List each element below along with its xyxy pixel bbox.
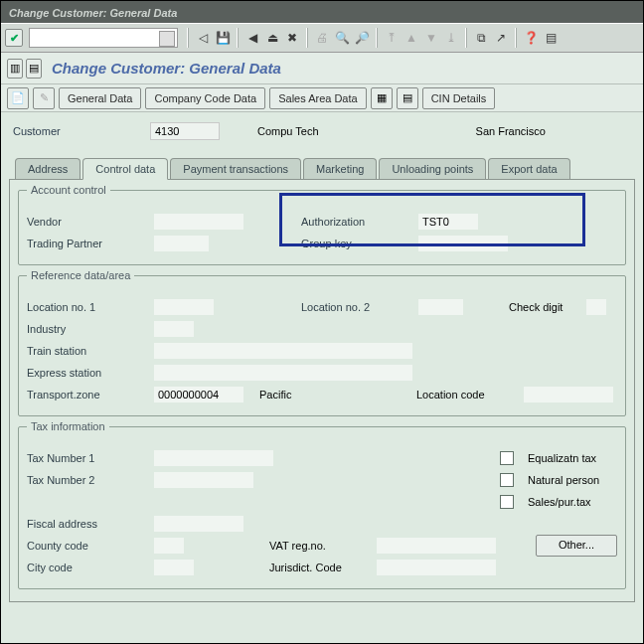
print-icon[interactable]: 🖨 <box>313 29 331 47</box>
transport-zone-field[interactable] <box>154 387 243 402</box>
separator <box>187 28 189 48</box>
back-icon[interactable]: ◀ <box>243 29 261 47</box>
location2-label: Location no. 2 <box>301 301 410 313</box>
new-session-icon[interactable]: ⧉ <box>472 29 490 47</box>
equalizatn-label: Equalizatn tax <box>528 452 617 464</box>
tabstrip: Address Control data Payment transaction… <box>9 158 635 180</box>
object-button-1[interactable]: ▦ <box>371 87 393 109</box>
cin-details-label: CIN Details <box>431 92 487 104</box>
express-station-field[interactable] <box>154 365 412 381</box>
sales-area-data-button[interactable]: Sales Area Data <box>269 87 367 109</box>
tab-control-data-label: Control data <box>95 163 155 175</box>
other-customer-button[interactable]: 📄 <box>7 87 29 109</box>
authorization-label: Authorization <box>301 216 410 228</box>
window-title: Change Customer: General Data <box>9 7 177 19</box>
menu-button-2[interactable]: ▤ <box>26 59 42 79</box>
industry-label: Industry <box>27 323 146 335</box>
location-code-label: Location code <box>416 389 516 401</box>
train-station-label: Train station <box>27 345 146 357</box>
group-key-field[interactable] <box>418 236 508 251</box>
vendor-label: Vendor <box>27 216 146 228</box>
tax2-label: Tax Number 2 <box>27 474 146 486</box>
industry-field[interactable] <box>154 321 194 337</box>
tab-marketing-label: Marketing <box>316 163 364 175</box>
customer-header-row: Customer Compu Tech San Francisco <box>9 122 635 140</box>
command-field[interactable] <box>29 28 178 48</box>
separator <box>515 28 517 48</box>
tab-marketing[interactable]: Marketing <box>303 158 377 180</box>
jurisdict-field[interactable] <box>377 560 496 575</box>
page-header: ▥ ▤ Change Customer: General Data <box>1 53 643 84</box>
natural-label: Natural person <box>528 474 617 486</box>
find-next-icon[interactable]: 🔎 <box>353 29 371 47</box>
equalizatn-checkbox[interactable] <box>500 451 514 465</box>
tax2-field[interactable] <box>154 472 253 488</box>
save-icon[interactable]: 💾 <box>214 29 232 47</box>
help-icon[interactable]: ❓ <box>522 29 540 47</box>
customer-name: Compu Tech <box>257 125 319 137</box>
train-station-field[interactable] <box>154 343 412 359</box>
cin-details-button[interactable]: CIN Details <box>422 87 496 109</box>
location1-label: Location no. 1 <box>27 301 146 313</box>
tab-address-label: Address <box>28 163 68 175</box>
location1-field[interactable] <box>154 299 214 315</box>
tax1-field[interactable] <box>154 450 273 466</box>
company-code-data-button[interactable]: Company Code Data <box>145 87 265 109</box>
tab-export-label: Export data <box>501 163 557 175</box>
trading-partner-field[interactable] <box>154 236 209 251</box>
tab-address[interactable]: Address <box>15 158 80 180</box>
other-button[interactable]: Other... <box>536 535 617 557</box>
disabled-button: ✎ <box>33 87 55 109</box>
jurisdict-label: Jurisdict. Code <box>269 562 369 573</box>
menu-button-1[interactable]: ▥ <box>7 59 23 79</box>
vendor-field[interactable] <box>154 214 243 230</box>
city-label: City code <box>27 562 146 573</box>
window-titlebar: Change Customer: General Data <box>1 1 643 23</box>
location2-field[interactable] <box>418 299 463 315</box>
sales-area-label: Sales Area Data <box>278 92 358 104</box>
tab-control-data[interactable]: Control data <box>82 158 168 180</box>
group-title-tax: Tax information <box>27 420 109 432</box>
first-page-icon[interactable]: ⤒ <box>383 29 401 47</box>
general-data-button[interactable]: General Data <box>59 87 141 109</box>
object-button-2[interactable]: ▤ <box>397 87 418 109</box>
tax1-label: Tax Number 1 <box>27 452 146 464</box>
county-field[interactable] <box>154 538 184 554</box>
fiscal-field[interactable] <box>154 516 243 532</box>
system-toolbar: ✔ ◁ 💾 ◀ ⏏ ✖ 🖨 🔍 🔎 ⤒ ▲ ▼ ⤓ ⧉ ↗ ❓ ▤ <box>1 23 643 53</box>
separator <box>306 28 308 48</box>
page-title: Change Customer: General Data <box>52 60 281 77</box>
vatreg-field[interactable] <box>377 538 496 554</box>
separator <box>465 28 467 48</box>
check-digit-field[interactable] <box>586 299 606 315</box>
shortcut-icon[interactable]: ↗ <box>492 29 510 47</box>
content-area: Customer Compu Tech San Francisco Addres… <box>1 112 643 643</box>
group-title-reference: Reference data/area <box>27 269 134 281</box>
enter-button[interactable]: ✔ <box>5 29 23 47</box>
prev-page-icon[interactable]: ▲ <box>402 29 420 47</box>
general-data-label: General Data <box>68 92 132 104</box>
tab-payment[interactable]: Payment transactions <box>170 158 301 180</box>
customer-label: Customer <box>13 125 132 137</box>
city-field[interactable] <box>154 560 194 575</box>
salespur-checkbox[interactable] <box>500 495 514 509</box>
transport-zone-label: Transport.zone <box>27 389 146 401</box>
exit-icon[interactable]: ⏏ <box>263 29 281 47</box>
vatreg-label: VAT reg.no. <box>269 540 369 552</box>
find-icon[interactable]: 🔍 <box>333 29 351 47</box>
cancel-icon[interactable]: ✖ <box>283 29 301 47</box>
group-title-account: Account control <box>27 184 110 196</box>
tab-export[interactable]: Export data <box>488 158 569 180</box>
back-icon[interactable]: ◁ <box>194 29 212 47</box>
customer-id-field[interactable] <box>150 122 220 140</box>
next-page-icon[interactable]: ▼ <box>422 29 440 47</box>
last-page-icon[interactable]: ⤓ <box>442 29 460 47</box>
salespur-label: Sales/pur.tax <box>528 496 617 508</box>
express-station-label: Express station <box>27 367 146 379</box>
authorization-field[interactable] <box>418 214 478 230</box>
tab-unloading[interactable]: Unloading points <box>379 158 486 180</box>
layout-icon[interactable]: ▤ <box>542 29 560 47</box>
natural-checkbox[interactable] <box>500 473 514 487</box>
group-reference: Reference data/area Location no. 1 Locat… <box>18 275 626 416</box>
location-code-field[interactable] <box>524 387 613 402</box>
